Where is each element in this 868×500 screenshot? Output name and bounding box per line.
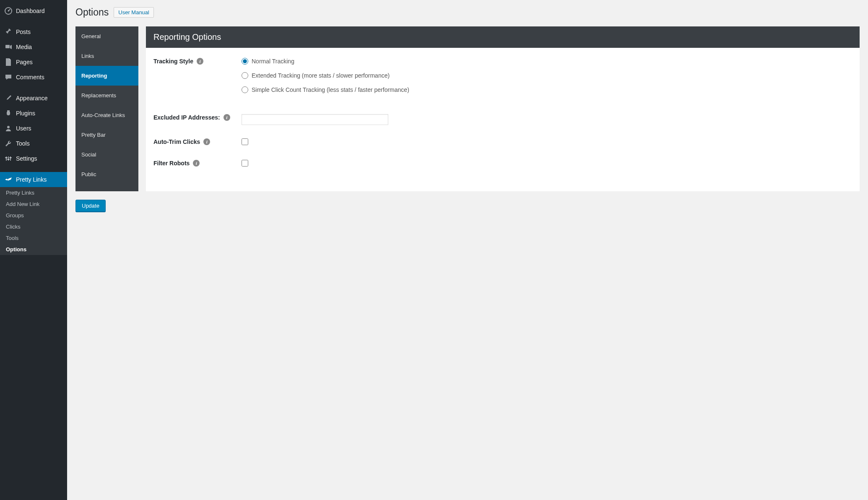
sidebar-item-label: Users xyxy=(16,125,31,132)
filter-robots-checkbox[interactable] xyxy=(242,160,248,167)
page-icon xyxy=(4,58,13,66)
user-manual-button[interactable]: User Manual xyxy=(114,7,154,18)
sidebar-item-settings[interactable]: Settings xyxy=(0,151,67,166)
excluded-ip-label: Excluded IP Addresses: xyxy=(153,114,220,121)
auto-trim-label: Auto-Trim Clicks xyxy=(153,138,200,145)
svg-rect-7 xyxy=(10,156,11,161)
row-tracking-style: Tracking Style i Normal Tracking Extende… xyxy=(153,58,852,101)
options-tabs: General Links Reporting Replacements Aut… xyxy=(75,26,138,191)
sidebar-item-label: Tools xyxy=(16,140,30,147)
update-button[interactable]: Update xyxy=(75,200,106,212)
radio-extended-tracking-input[interactable] xyxy=(242,72,248,79)
svg-rect-9 xyxy=(7,159,10,160)
radio-normal-tracking-input[interactable] xyxy=(242,58,248,65)
tracking-style-label: Tracking Style xyxy=(153,58,193,65)
svg-rect-6 xyxy=(8,156,9,161)
admin-sidebar: Dashboard Posts Media Pages Comments App… xyxy=(0,0,67,500)
tab-replacements[interactable]: Replacements xyxy=(75,86,138,105)
info-icon[interactable]: i xyxy=(223,114,230,121)
sidebar-item-label: Dashboard xyxy=(16,8,45,14)
submenu-clicks[interactable]: Clicks xyxy=(0,221,67,232)
radio-extended-tracking[interactable]: Extended Tracking (more stats / slower p… xyxy=(242,72,852,79)
radio-label: Simple Click Count Tracking (less stats … xyxy=(252,86,409,93)
user-icon xyxy=(4,124,13,133)
sidebar-item-media[interactable]: Media xyxy=(0,39,67,55)
sidebar-item-label: Posts xyxy=(16,29,31,35)
info-icon[interactable]: i xyxy=(193,160,200,167)
media-icon xyxy=(4,43,13,51)
svg-rect-5 xyxy=(6,156,7,161)
panel-title: Reporting Options xyxy=(146,26,860,48)
svg-rect-2 xyxy=(5,45,10,48)
info-icon[interactable]: i xyxy=(197,58,203,65)
pin-icon xyxy=(4,28,13,36)
page-header: Options User Manual xyxy=(75,7,860,18)
sidebar-item-appearance[interactable]: Appearance xyxy=(0,91,67,106)
tab-links[interactable]: Links xyxy=(75,46,138,66)
submenu-pretty-links[interactable]: Pretty Links xyxy=(0,187,67,198)
settings-icon xyxy=(4,154,13,163)
submenu-options[interactable]: Options xyxy=(0,244,67,255)
page-title: Options xyxy=(75,7,109,18)
submenu-tools[interactable]: Tools xyxy=(0,232,67,244)
row-filter-robots: Filter Robots i xyxy=(153,160,852,168)
row-excluded-ip: Excluded IP Addresses: i xyxy=(153,114,852,125)
excluded-ip-input[interactable] xyxy=(242,114,388,125)
svg-point-1 xyxy=(8,10,9,12)
tab-reporting[interactable]: Reporting xyxy=(75,66,138,86)
svg-rect-10 xyxy=(9,157,12,158)
plug-icon xyxy=(4,109,13,117)
radio-simple-tracking-input[interactable] xyxy=(242,86,248,93)
radio-label: Extended Tracking (more stats / slower p… xyxy=(252,72,390,79)
main-content: Options User Manual General Links Report… xyxy=(67,0,868,500)
comment-icon xyxy=(4,73,13,81)
svg-point-4 xyxy=(7,126,10,128)
submenu-add-new-link[interactable]: Add New Link xyxy=(0,198,67,210)
sidebar-submenu: Pretty Links Add New Link Groups Clicks … xyxy=(0,187,67,255)
star-icon xyxy=(4,175,13,184)
radio-normal-tracking[interactable]: Normal Tracking xyxy=(242,58,852,65)
sidebar-item-label: Plugins xyxy=(16,110,35,117)
sidebar-item-posts[interactable]: Posts xyxy=(0,24,67,39)
brush-icon xyxy=(4,94,13,102)
tab-public[interactable]: Public xyxy=(75,164,138,184)
submenu-groups[interactable]: Groups xyxy=(0,210,67,221)
filter-robots-label: Filter Robots xyxy=(153,160,190,167)
tab-social[interactable]: Social xyxy=(75,145,138,164)
sidebar-item-pretty-links[interactable]: Pretty Links xyxy=(0,172,67,187)
sidebar-item-label: Pretty Links xyxy=(16,176,47,183)
row-auto-trim: Auto-Trim Clicks i xyxy=(153,138,852,146)
radio-label: Normal Tracking xyxy=(252,58,294,65)
sidebar-item-tools[interactable]: Tools xyxy=(0,136,67,151)
tab-general[interactable]: General xyxy=(75,26,138,46)
info-icon[interactable]: i xyxy=(203,138,210,145)
sidebar-item-label: Appearance xyxy=(16,95,48,102)
wrench-icon xyxy=(4,139,13,148)
options-panel: Reporting Options Tracking Style i Norma… xyxy=(146,26,860,191)
tab-pretty-bar[interactable]: Pretty Bar xyxy=(75,125,138,145)
sidebar-item-comments[interactable]: Comments xyxy=(0,70,67,85)
auto-trim-checkbox[interactable] xyxy=(242,138,248,145)
tab-auto-create-links[interactable]: Auto-Create Links xyxy=(75,105,138,125)
sidebar-item-label: Settings xyxy=(16,155,37,162)
svg-rect-3 xyxy=(7,59,10,65)
sidebar-item-label: Pages xyxy=(16,59,33,65)
sidebar-item-users[interactable]: Users xyxy=(0,121,67,136)
sidebar-item-pages[interactable]: Pages xyxy=(0,55,67,70)
sidebar-item-plugins[interactable]: Plugins xyxy=(0,106,67,121)
radio-simple-tracking[interactable]: Simple Click Count Tracking (less stats … xyxy=(242,86,852,93)
sidebar-item-dashboard[interactable]: Dashboard xyxy=(0,3,67,18)
sidebar-item-label: Comments xyxy=(16,74,44,81)
svg-rect-8 xyxy=(5,157,8,158)
sidebar-item-label: Media xyxy=(16,44,32,50)
dashboard-icon xyxy=(4,7,13,15)
